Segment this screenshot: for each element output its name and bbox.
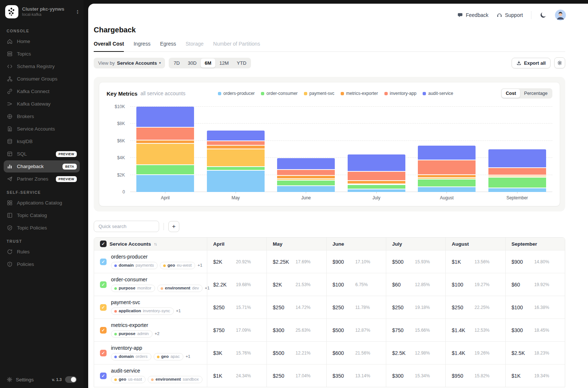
sidebar-item-topic-policies[interactable]: Topic Policies (4, 222, 80, 234)
sidebar-item-topics[interactable]: Topics (4, 48, 80, 60)
table-row-metrics-exporter[interactable]: ✓metrics-exporterpurposeadmin+2$75017.09… (94, 318, 565, 341)
support-button[interactable]: Support (496, 12, 523, 18)
select-all-checkbox[interactable]: ✓ (100, 241, 107, 247)
cost-percentage: 17.69% (295, 259, 311, 264)
sidebar-item-applications-catalog[interactable]: Applications Catalog (4, 197, 80, 209)
sidebar-item-consumer-groups[interactable]: Consumer Groups (4, 73, 80, 85)
table-row-payment-svc[interactable]: ✓payment-svcapplicationinventory-sync+1$… (94, 296, 565, 318)
add-filter-button[interactable]: + (168, 221, 179, 232)
row-checkbox-order-consumer[interactable]: ✓ (100, 281, 107, 288)
chargeback-table: ✓ Service Accounts ↑↓ AprilMayJuneJulyAu… (94, 237, 565, 387)
bar-august[interactable] (418, 146, 476, 192)
sidebar-toggle[interactable] (65, 376, 77, 383)
toggle-option-percentage[interactable]: Percentage (520, 89, 552, 98)
tag-dot-icon (114, 264, 117, 267)
cost-cell-may: $2.25K17.69% (266, 250, 326, 273)
sidebar-item-chargeback[interactable]: ChargebackBETA (4, 160, 80, 172)
service-account-cell: ✓inventory-appdomainordersgeoapac+1 (94, 342, 207, 364)
cost-percentage: 15.82% (474, 373, 490, 378)
sidebar-item-rules[interactable]: Rules (4, 246, 80, 258)
legend-item-audit-service[interactable]: audit-service (423, 91, 453, 96)
tab-egress[interactable]: Egress (160, 41, 176, 51)
row-checkbox-orders-producer[interactable]: ✓ (100, 259, 107, 265)
legend-label: audit-service (428, 91, 453, 96)
tag-key: domain (119, 263, 134, 268)
range-12m[interactable]: 12M (215, 58, 233, 68)
cost-value: $250 (273, 305, 295, 310)
table-row-audit-service[interactable]: ✓audit-servicegeous-eastenvironmentsandb… (94, 364, 565, 387)
search-input[interactable] (94, 221, 159, 232)
bar-june[interactable] (277, 158, 335, 192)
feedback-button[interactable]: Feedback (457, 12, 488, 18)
table-row-order-consumer[interactable]: ✓order-consumerpurposemonitorenvironment… (94, 273, 565, 296)
x-tick (376, 192, 377, 193)
row-checkbox-audit-service[interactable]: ✓ (100, 373, 107, 379)
cost-value: $900 (512, 259, 534, 265)
tag-value: us-east (128, 377, 142, 382)
tag-value: admin (137, 332, 148, 336)
user-avatar[interactable] (555, 10, 566, 21)
row-checkbox-inventory-app[interactable]: ✓ (100, 350, 107, 356)
bar-segment-inventory-app-september (488, 168, 546, 175)
range-ytd[interactable]: YTD (233, 58, 250, 68)
service-account-name: orders-producer (111, 254, 202, 259)
service-account-info: inventory-appdomainordersgeoapac+1 (111, 345, 190, 360)
sidebar-item-ksqldb[interactable]: ksqlDB (4, 135, 80, 147)
cost-cell-may: $25017.04% (266, 364, 326, 387)
x-tick-label: July (373, 195, 380, 200)
x-tick-label: June (301, 195, 311, 200)
chart-settings-button[interactable] (554, 57, 565, 68)
cost-percentage: 17.04% (295, 373, 311, 378)
legend-item-payment-svc[interactable]: payment-svc (304, 91, 334, 96)
view-by-dropdown[interactable]: View by Service Accounts ▾ (94, 58, 165, 68)
bar-segment-orders-producer-july (348, 189, 405, 192)
sort-icon[interactable]: ↑↓ (154, 242, 157, 246)
app-logo-icon (5, 5, 18, 18)
cost-value: $950 (452, 373, 474, 379)
range-6m[interactable]: 6M (201, 58, 215, 68)
sidebar-item-partner-zones[interactable]: Partner ZonesPREVIEW (4, 173, 80, 185)
sidebar-section-self-service: SELF-SERVICE (7, 190, 77, 195)
export-all-button[interactable]: Export all (512, 58, 551, 68)
sidebar-item-settings[interactable]: Settings (16, 377, 34, 382)
cluster-switcher[interactable]: Cluster pkc-yynws local-kafka ▴▾ (4, 4, 80, 24)
sidebar-item-brokers[interactable]: Brokers (4, 110, 80, 122)
legend-item-orders-producer[interactable]: orders-producer (218, 91, 255, 96)
sidebar-item-schema-registry[interactable]: Schema Registry (4, 60, 80, 72)
row-checkbox-metrics-exporter[interactable]: ✓ (100, 327, 107, 334)
settings-gear-icon (7, 377, 12, 382)
bar-september[interactable] (488, 149, 546, 192)
cost-cell-june: $1006.75% (326, 273, 386, 296)
tag-value: monitor (137, 286, 151, 291)
cost-value: $750 (213, 327, 236, 333)
table-row-orders-producer[interactable]: ✓orders-producerdomainpaymentsgeoeu-west… (94, 250, 565, 273)
bar-may[interactable] (207, 131, 265, 192)
chart-x-axis: AprilMayJuneJulyAugustSeptember (130, 192, 552, 202)
row-checkbox-payment-svc[interactable]: ✓ (100, 304, 107, 311)
service-account-name: audit-service (111, 368, 202, 373)
sidebar-item-policies[interactable]: Policies (4, 258, 80, 270)
sidebar-item-sql[interactable]: SQLPREVIEW (4, 148, 80, 160)
dark-mode-toggle[interactable] (539, 11, 547, 19)
legend-item-metrics-exporter[interactable]: metrics-exporter (341, 91, 378, 96)
tab-overall-cost[interactable]: Overall Cost (94, 41, 124, 52)
tag-value: orders (136, 355, 148, 359)
sidebar-item-home[interactable]: Home (4, 35, 80, 47)
bar-april[interactable] (136, 107, 194, 192)
tag-domain-payments: domainpayments (111, 262, 158, 269)
toggle-option-cost[interactable]: Cost (502, 89, 520, 98)
schema-registry-icon (7, 63, 13, 70)
tab-ingress[interactable]: Ingress (133, 41, 150, 51)
table-row-inventory-app[interactable]: ✓inventory-appdomainordersgeoapac+1$3K15… (94, 341, 565, 364)
sidebar-item-service-accounts[interactable]: Service Accounts (4, 123, 80, 135)
sidebar-item-topic-catalog[interactable]: Topic Catalog (4, 209, 80, 221)
bar-segment-metrics-exporter-august (418, 175, 476, 178)
legend-item-inventory-app[interactable]: inventory-app (384, 91, 417, 96)
legend-item-order-consumer[interactable]: order-consumer (261, 91, 298, 96)
range-7d[interactable]: 7D (169, 58, 184, 68)
sidebar-item-kafka-gateway[interactable]: Kafka Gateway (4, 98, 80, 110)
gear-icon (557, 60, 562, 65)
range-30d[interactable]: 30D (184, 58, 201, 68)
sidebar-item-kafka-connect[interactable]: Kafka Connect (4, 85, 80, 97)
bar-july[interactable] (348, 154, 405, 192)
